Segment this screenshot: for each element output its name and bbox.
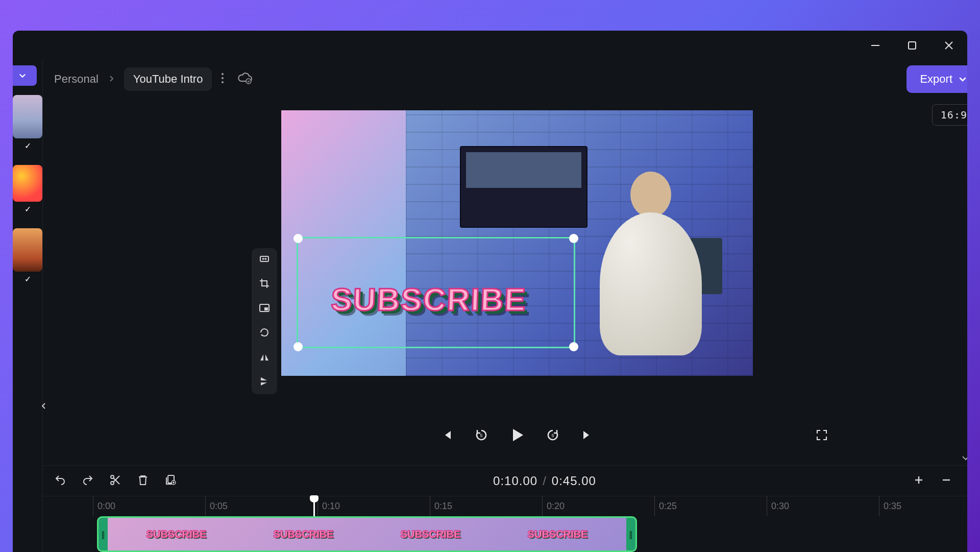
undo-button[interactable] <box>54 474 66 488</box>
fit-icon[interactable] <box>259 253 270 267</box>
maximize-button[interactable] <box>906 39 918 52</box>
pip-icon[interactable] <box>259 302 270 316</box>
ruler-tick: 0:05 <box>205 496 317 516</box>
selection-box[interactable] <box>297 237 575 348</box>
forward-5-button[interactable]: 5 <box>546 428 560 444</box>
element-toolbar <box>252 248 277 394</box>
ruler-tick: 0:35 <box>879 496 967 516</box>
clip-trim-end[interactable]: ‖ <box>626 518 635 550</box>
duplicate-button[interactable] <box>164 474 177 488</box>
app-window: ✓ ✓ ✓ Personal YouTube Intro <box>13 31 967 552</box>
skip-end-button[interactable] <box>580 428 594 444</box>
svg-point-6 <box>222 81 224 83</box>
ruler-tick: 0:15 <box>430 496 542 516</box>
clip-preview: SUBSCRIBE SUBSCRIBE SUBSCRIBE SUBSCRIBE <box>108 518 626 550</box>
media-dropdown-button[interactable] <box>13 65 37 86</box>
rotate-icon[interactable] <box>259 327 270 340</box>
svg-text:5: 5 <box>551 433 554 438</box>
flip-horizontal-icon[interactable] <box>259 351 270 365</box>
split-button[interactable] <box>109 474 121 488</box>
rewind-5-button[interactable]: 5 <box>474 428 488 444</box>
skip-start-button[interactable] <box>440 428 454 444</box>
svg-rect-10 <box>264 307 268 310</box>
ruler-tick: 0:00 <box>93 496 205 516</box>
redo-button[interactable] <box>82 474 94 488</box>
collapse-timeline-button[interactable] <box>43 454 967 465</box>
check-icon: ✓ <box>24 141 31 151</box>
ruler-tick: 0:10 <box>317 496 430 516</box>
ruler-tick: 0:30 <box>767 496 879 516</box>
media-strip: ✓ ✓ ✓ <box>13 60 43 552</box>
svg-rect-1 <box>909 42 916 49</box>
minimize-button[interactable] <box>869 39 881 52</box>
media-thumbnail[interactable]: ✓ <box>13 165 42 202</box>
export-button[interactable]: Export <box>906 65 967 93</box>
project-title: YouTube Intro <box>133 73 203 86</box>
main-area: Personal YouTube Intro Export <box>43 60 967 552</box>
close-button[interactable] <box>943 39 955 52</box>
chevron-right-icon <box>108 74 115 85</box>
export-label: Export <box>920 73 952 86</box>
project-tab[interactable]: YouTube Intro <box>124 67 212 91</box>
zoom-in-button[interactable] <box>913 474 925 488</box>
svg-point-11 <box>261 334 263 336</box>
cloud-sync-icon[interactable] <box>237 72 253 86</box>
timeline-ruler[interactable]: 0:00 0:05 0:10 0:15 0:20 0:25 0:30 0:35 <box>43 496 967 516</box>
preview-area: 16:9 SUBSCRIBE <box>43 98 967 418</box>
check-icon: ✓ <box>24 204 31 214</box>
video-preview[interactable]: SUBSCRIBE <box>281 110 753 376</box>
media-thumbnail[interactable]: ✓ <box>13 228 42 272</box>
delete-button[interactable] <box>137 474 149 488</box>
ruler-tick: 0:25 <box>654 496 767 516</box>
titlebar <box>13 31 967 60</box>
svg-point-5 <box>222 77 224 79</box>
aspect-ratio-button[interactable]: 16:9 <box>932 104 967 126</box>
resize-handle[interactable] <box>293 342 303 351</box>
topbar: Personal YouTube Intro Export <box>43 60 967 98</box>
check-icon: ✓ <box>24 274 31 284</box>
fullscreen-button[interactable] <box>816 429 828 443</box>
flip-vertical-icon[interactable] <box>259 376 270 389</box>
resize-handle[interactable] <box>569 342 578 351</box>
content-row: ✓ ✓ ✓ Personal YouTube Intro <box>13 60 967 552</box>
more-options-button[interactable] <box>221 73 224 86</box>
total-time: 0:45.00 <box>552 474 596 488</box>
playback-controls: 5 5 <box>43 418 967 454</box>
breadcrumb-parent[interactable]: Personal <box>54 73 99 86</box>
time-display: 0:10.00/0:45.00 <box>192 474 897 488</box>
resize-handle[interactable] <box>293 234 303 243</box>
ruler-tick: 0:20 <box>542 496 654 516</box>
crop-icon[interactable] <box>259 278 270 291</box>
resize-handle[interactable] <box>569 234 578 243</box>
zoom-out-button[interactable] <box>940 474 952 488</box>
media-thumbnail[interactable]: ✓ <box>13 95 42 138</box>
svg-point-4 <box>222 73 224 75</box>
timeline-toolbar: 0:10.00/0:45.00 <box>43 465 967 496</box>
clip-trim-start[interactable]: ‖ <box>99 518 108 550</box>
play-button[interactable] <box>509 427 525 445</box>
current-time: 0:10.00 <box>493 474 537 488</box>
svg-text:5: 5 <box>480 433 482 438</box>
timeline-clip[interactable]: ‖ SUBSCRIBE SUBSCRIBE SUBSCRIBE SUBSCRIB… <box>97 516 637 552</box>
